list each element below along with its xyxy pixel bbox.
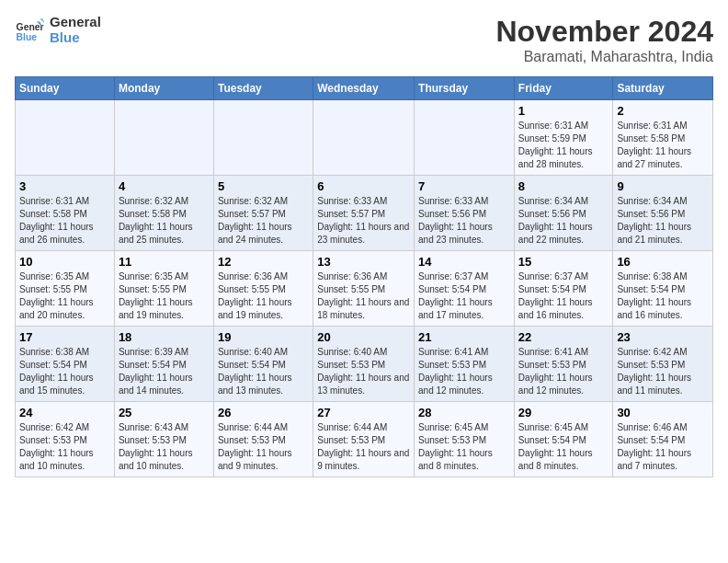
day-info: Sunrise: 6:36 AM Sunset: 5:55 PM Dayligh… <box>218 271 292 320</box>
day-cell: 29Sunrise: 6:45 AM Sunset: 5:54 PM Dayli… <box>514 402 613 477</box>
day-cell: 12Sunrise: 6:36 AM Sunset: 5:55 PM Dayli… <box>213 251 313 327</box>
day-cell: 5Sunrise: 6:32 AM Sunset: 5:57 PM Daylig… <box>213 176 313 251</box>
day-number: 26 <box>218 406 309 419</box>
day-cell: 13Sunrise: 6:36 AM Sunset: 5:55 PM Dayli… <box>313 251 415 327</box>
day-number: 9 <box>617 179 709 193</box>
day-info: Sunrise: 6:34 AM Sunset: 5:56 PM Dayligh… <box>518 196 593 245</box>
title-area: November 2024 Baramati, Maharashtra, Ind… <box>495 15 713 65</box>
day-cell: 28Sunrise: 6:45 AM Sunset: 5:53 PM Dayli… <box>415 402 515 477</box>
week-row-0: 1Sunrise: 6:31 AM Sunset: 5:59 PM Daylig… <box>16 100 713 176</box>
day-number: 16 <box>617 255 709 269</box>
day-info: Sunrise: 6:37 AM Sunset: 5:54 PM Dayligh… <box>418 271 493 320</box>
header-cell-wednesday: Wednesday <box>313 77 415 100</box>
day-cell: 4Sunrise: 6:32 AM Sunset: 5:58 PM Daylig… <box>114 176 213 251</box>
day-cell: 10Sunrise: 6:35 AM Sunset: 5:55 PM Dayli… <box>16 251 115 327</box>
day-info: Sunrise: 6:44 AM Sunset: 5:53 PM Dayligh… <box>218 422 292 471</box>
day-number: 23 <box>617 330 709 344</box>
day-info: Sunrise: 6:45 AM Sunset: 5:54 PM Dayligh… <box>518 422 593 471</box>
day-info: Sunrise: 6:46 AM Sunset: 5:54 PM Dayligh… <box>617 422 691 471</box>
day-cell: 1Sunrise: 6:31 AM Sunset: 5:59 PM Daylig… <box>514 100 613 176</box>
day-cell: 14Sunrise: 6:37 AM Sunset: 5:54 PM Dayli… <box>415 251 515 327</box>
day-number: 24 <box>19 406 110 419</box>
day-number: 13 <box>317 255 410 269</box>
day-info: Sunrise: 6:40 AM Sunset: 5:54 PM Dayligh… <box>218 347 292 396</box>
day-info: Sunrise: 6:31 AM Sunset: 5:59 PM Dayligh… <box>518 121 593 169</box>
month-title: November 2024 <box>495 15 713 49</box>
day-info: Sunrise: 6:42 AM Sunset: 5:53 PM Dayligh… <box>19 422 94 471</box>
day-number: 5 <box>218 179 309 193</box>
day-number: 29 <box>518 406 609 419</box>
day-number: 20 <box>317 330 410 344</box>
day-number: 10 <box>19 255 110 269</box>
day-info: Sunrise: 6:33 AM Sunset: 5:56 PM Dayligh… <box>418 196 493 245</box>
day-cell <box>114 100 213 176</box>
day-cell: 6Sunrise: 6:33 AM Sunset: 5:57 PM Daylig… <box>313 176 415 251</box>
day-info: Sunrise: 6:35 AM Sunset: 5:55 PM Dayligh… <box>19 271 94 320</box>
logo-line1: General <box>50 15 101 30</box>
location-title: Baramati, Maharashtra, India <box>495 49 713 65</box>
day-info: Sunrise: 6:37 AM Sunset: 5:54 PM Dayligh… <box>518 271 593 320</box>
day-cell: 15Sunrise: 6:37 AM Sunset: 5:54 PM Dayli… <box>514 251 613 327</box>
day-cell: 11Sunrise: 6:35 AM Sunset: 5:55 PM Dayli… <box>114 251 213 327</box>
day-cell: 25Sunrise: 6:43 AM Sunset: 5:53 PM Dayli… <box>114 402 213 477</box>
day-cell: 9Sunrise: 6:34 AM Sunset: 5:56 PM Daylig… <box>613 176 713 251</box>
day-cell: 3Sunrise: 6:31 AM Sunset: 5:58 PM Daylig… <box>16 176 115 251</box>
logo-line2: Blue <box>50 30 101 46</box>
week-row-1: 3Sunrise: 6:31 AM Sunset: 5:58 PM Daylig… <box>16 176 713 251</box>
day-cell: 7Sunrise: 6:33 AM Sunset: 5:56 PM Daylig… <box>415 176 515 251</box>
day-number: 3 <box>19 179 110 193</box>
day-info: Sunrise: 6:33 AM Sunset: 5:57 PM Dayligh… <box>317 196 409 245</box>
header-cell-thursday: Thursday <box>415 77 515 100</box>
header: General Blue General Blue November 2024 … <box>15 15 713 65</box>
day-number: 6 <box>317 179 410 193</box>
day-info: Sunrise: 6:36 AM Sunset: 5:55 PM Dayligh… <box>317 271 409 320</box>
day-info: Sunrise: 6:43 AM Sunset: 5:53 PM Dayligh… <box>119 422 193 471</box>
day-number: 8 <box>518 179 609 193</box>
day-number: 17 <box>19 330 110 344</box>
day-info: Sunrise: 6:31 AM Sunset: 5:58 PM Dayligh… <box>19 196 94 245</box>
day-cell: 21Sunrise: 6:41 AM Sunset: 5:53 PM Dayli… <box>415 327 515 402</box>
day-cell: 23Sunrise: 6:42 AM Sunset: 5:53 PM Dayli… <box>613 327 713 402</box>
day-number: 22 <box>518 330 609 344</box>
day-number: 12 <box>218 255 309 269</box>
day-cell <box>213 100 313 176</box>
day-info: Sunrise: 6:35 AM Sunset: 5:55 PM Dayligh… <box>119 271 193 320</box>
day-cell: 24Sunrise: 6:42 AM Sunset: 5:53 PM Dayli… <box>16 402 115 477</box>
day-cell: 19Sunrise: 6:40 AM Sunset: 5:54 PM Dayli… <box>213 327 313 402</box>
calendar-table: SundayMondayTuesdayWednesdayThursdayFrid… <box>15 76 713 477</box>
day-info: Sunrise: 6:38 AM Sunset: 5:54 PM Dayligh… <box>617 271 691 320</box>
day-number: 14 <box>418 255 510 269</box>
day-info: Sunrise: 6:34 AM Sunset: 5:56 PM Dayligh… <box>617 196 691 245</box>
day-number: 18 <box>119 330 210 344</box>
day-number: 21 <box>418 330 510 344</box>
day-number: 2 <box>617 104 709 118</box>
day-info: Sunrise: 6:44 AM Sunset: 5:53 PM Dayligh… <box>317 422 409 471</box>
logo: General Blue General Blue <box>15 15 101 45</box>
day-number: 25 <box>119 406 210 419</box>
day-cell: 2Sunrise: 6:31 AM Sunset: 5:58 PM Daylig… <box>613 100 713 176</box>
day-cell: 8Sunrise: 6:34 AM Sunset: 5:56 PM Daylig… <box>514 176 613 251</box>
day-cell <box>313 100 415 176</box>
day-cell: 30Sunrise: 6:46 AM Sunset: 5:54 PM Dayli… <box>613 402 713 477</box>
week-row-4: 24Sunrise: 6:42 AM Sunset: 5:53 PM Dayli… <box>16 402 713 477</box>
header-cell-tuesday: Tuesday <box>213 77 313 100</box>
day-number: 7 <box>418 179 510 193</box>
day-cell: 20Sunrise: 6:40 AM Sunset: 5:53 PM Dayli… <box>313 327 415 402</box>
header-cell-friday: Friday <box>514 77 613 100</box>
day-info: Sunrise: 6:32 AM Sunset: 5:58 PM Dayligh… <box>119 196 193 245</box>
week-row-2: 10Sunrise: 6:35 AM Sunset: 5:55 PM Dayli… <box>16 251 713 327</box>
day-number: 30 <box>617 406 709 419</box>
week-row-3: 17Sunrise: 6:38 AM Sunset: 5:54 PM Dayli… <box>16 327 713 402</box>
day-number: 19 <box>218 330 309 344</box>
day-info: Sunrise: 6:39 AM Sunset: 5:54 PM Dayligh… <box>119 347 193 396</box>
day-number: 28 <box>418 406 510 419</box>
svg-text:Blue: Blue <box>17 32 38 42</box>
day-cell: 17Sunrise: 6:38 AM Sunset: 5:54 PM Dayli… <box>16 327 115 402</box>
day-cell: 18Sunrise: 6:39 AM Sunset: 5:54 PM Dayli… <box>114 327 213 402</box>
day-number: 27 <box>317 406 410 419</box>
header-cell-monday: Monday <box>114 77 213 100</box>
day-info: Sunrise: 6:31 AM Sunset: 5:58 PM Dayligh… <box>617 121 691 169</box>
day-info: Sunrise: 6:40 AM Sunset: 5:53 PM Dayligh… <box>317 347 409 396</box>
day-info: Sunrise: 6:41 AM Sunset: 5:53 PM Dayligh… <box>418 347 493 396</box>
day-number: 15 <box>518 255 609 269</box>
